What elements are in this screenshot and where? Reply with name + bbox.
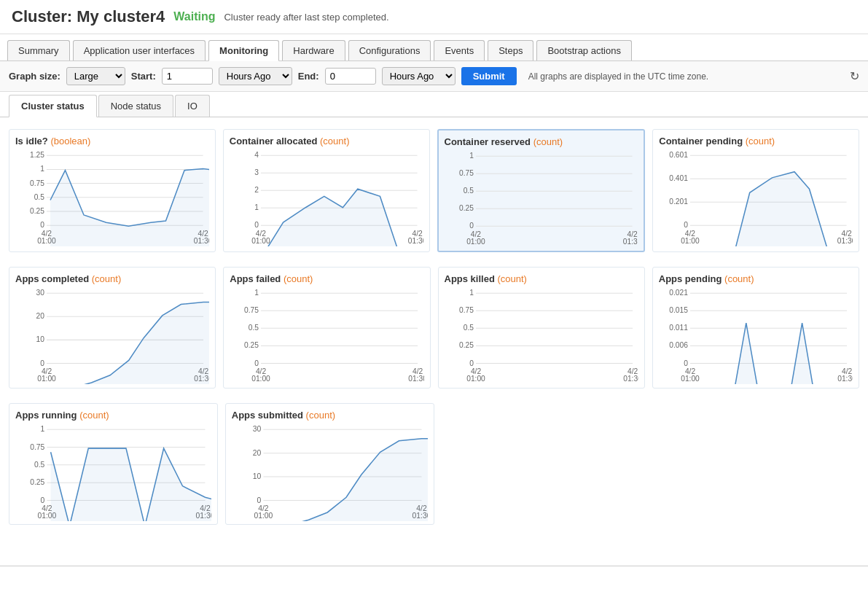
svg-text:0: 0 <box>40 221 44 229</box>
chart-title-container-allocated: Container allocated (count) <box>230 136 423 147</box>
svg-text:01:00: 01:00 <box>681 375 700 383</box>
svg-text:0.201: 0.201 <box>670 198 689 206</box>
tab-configurations[interactable]: Configurations <box>348 40 431 60</box>
chart-title-apps-submitted: Apps submitted (count) <box>232 410 428 421</box>
svg-text:0: 0 <box>469 222 474 230</box>
svg-text:0.5: 0.5 <box>249 324 259 332</box>
charts-section: Is idle? (boolean)1.2510.750.50.2504/201… <box>0 117 868 551</box>
svg-text:0: 0 <box>254 221 259 229</box>
svg-text:0.5: 0.5 <box>34 193 45 201</box>
tab-events[interactable]: Events <box>434 40 485 60</box>
page-footer <box>0 566 868 566</box>
svg-text:1: 1 <box>254 203 259 211</box>
graph-size-select[interactable]: Large Medium Small <box>66 67 125 85</box>
tab-app-interfaces[interactable]: Application user interfaces <box>73 40 206 60</box>
submit-button[interactable]: Submit <box>461 67 517 85</box>
sub-tab-cluster-status[interactable]: Cluster status <box>9 95 97 117</box>
chart-container-apps-failed: 10.750.50.2504/201:004/201:30 <box>230 287 423 382</box>
svg-text:20: 20 <box>253 449 262 457</box>
sub-tabs: Cluster status Node status IO <box>0 95 868 117</box>
chart-svg-apps-submitted: 30201004/201:004/201:30 <box>232 423 428 521</box>
chart-apps-failed: Apps failed (count)10.750.50.2504/201:00… <box>223 267 430 389</box>
svg-text:10: 10 <box>36 335 45 343</box>
chart-container-apps-submitted: 30201004/201:004/201:30 <box>232 423 428 518</box>
chart-container-apps-completed: 30201004/201:004/201:30 <box>15 287 209 382</box>
svg-text:0.25: 0.25 <box>244 341 259 349</box>
chart-title-container-pending: Container pending (count) <box>659 136 853 147</box>
svg-text:0.75: 0.75 <box>459 306 474 314</box>
svg-text:01:30: 01:30 <box>837 237 853 245</box>
svg-text:10: 10 <box>253 472 262 480</box>
chart-container-pending: Container pending (count)0.6010.4010.201… <box>652 129 859 252</box>
svg-text:01:00: 01:00 <box>466 375 485 383</box>
svg-text:1: 1 <box>469 289 474 297</box>
tab-bootstrap[interactable]: Bootstrap actions <box>536 40 631 60</box>
svg-text:0.75: 0.75 <box>244 306 259 314</box>
svg-text:01:00: 01:00 <box>466 238 485 246</box>
svg-text:0.25: 0.25 <box>459 341 474 349</box>
tab-steps[interactable]: Steps <box>488 40 533 60</box>
svg-text:1: 1 <box>254 289 259 297</box>
chart-title-apps-failed: Apps failed (count) <box>230 273 423 284</box>
start-unit-select[interactable]: Hours Ago Days Ago Weeks Ago <box>219 67 292 85</box>
svg-text:30: 30 <box>36 289 45 297</box>
svg-text:0: 0 <box>40 359 44 367</box>
svg-text:01:30: 01:30 <box>837 375 853 383</box>
chart-svg-apps-failed: 10.750.50.2504/201:004/201:30 <box>230 287 423 384</box>
cluster-title: Cluster: My cluster4 <box>12 7 165 26</box>
svg-text:0.75: 0.75 <box>30 443 44 451</box>
svg-text:1: 1 <box>40 165 44 173</box>
chart-svg-container-reserved: 10.750.50.2504/201:004/201:30 <box>445 150 638 247</box>
chart-container-apps-pending: 0.0210.0150.0110.00604/201:004/201:30 <box>659 287 853 382</box>
svg-text:0: 0 <box>254 359 259 367</box>
chart-container-apps-killed: 10.750.50.2504/201:004/201:30 <box>445 287 638 382</box>
chart-apps-completed: Apps completed (count)30201004/201:004/2… <box>9 267 216 389</box>
sub-tab-io[interactable]: IO <box>175 95 210 117</box>
svg-text:01:00: 01:00 <box>254 512 273 520</box>
svg-text:0.5: 0.5 <box>34 461 45 469</box>
start-input[interactable] <box>162 68 213 85</box>
svg-text:0.25: 0.25 <box>458 204 473 212</box>
chart-apps-pending: Apps pending (count)0.0210.0150.0110.006… <box>652 267 859 389</box>
end-unit-select[interactable]: Hours Ago Days Ago Weeks Ago <box>382 67 455 85</box>
chart-is-idle: Is idle? (boolean)1.2510.750.50.2504/201… <box>9 129 216 252</box>
svg-text:1: 1 <box>469 152 474 160</box>
chart-container-container-reserved: 10.750.50.2504/201:004/201:30 <box>445 150 638 245</box>
svg-text:1: 1 <box>41 425 45 433</box>
cluster-label: Cluster: <box>12 7 72 26</box>
svg-text:0: 0 <box>41 496 45 504</box>
svg-text:01:30: 01:30 <box>622 238 638 246</box>
chart-svg-container-pending: 0.6010.4010.20104/201:004/201:30 <box>659 149 853 246</box>
chart-title-is-idle: Is idle? (boolean) <box>15 136 209 147</box>
svg-text:01:30: 01:30 <box>623 375 638 383</box>
svg-text:0.601: 0.601 <box>670 151 689 159</box>
svg-text:0.25: 0.25 <box>30 207 44 215</box>
chart-svg-apps-running: 10.750.50.2504/201:004/201:30 <box>15 423 211 521</box>
tab-hardware[interactable]: Hardware <box>282 40 345 60</box>
chart-apps-submitted: Apps submitted (count)30201004/201:004/2… <box>225 403 434 525</box>
chart-container-container-pending: 0.6010.4010.20104/201:004/201:30 <box>659 149 853 244</box>
tab-summary[interactable]: Summary <box>7 40 70 60</box>
chart-container-allocated: Container allocated (count)432104/201:00… <box>223 129 430 252</box>
svg-text:0.015: 0.015 <box>669 306 688 314</box>
svg-text:0: 0 <box>257 496 261 504</box>
chart-title-apps-pending: Apps pending (count) <box>659 273 853 284</box>
svg-text:3: 3 <box>254 168 259 176</box>
sub-tab-node-status[interactable]: Node status <box>98 95 173 117</box>
status-badge: Waiting <box>173 10 215 23</box>
charts-row-1: Is idle? (boolean)1.2510.750.50.2504/201… <box>9 129 859 252</box>
nav-tabs: Summary Application user interfaces Moni… <box>0 34 868 61</box>
svg-text:0.011: 0.011 <box>669 324 688 332</box>
svg-text:0: 0 <box>684 359 688 367</box>
start-label: Start: <box>131 71 156 82</box>
refresh-icon[interactable]: ↻ <box>850 69 859 83</box>
chart-container-is-idle: 1.2510.750.50.2504/201:004/201:30 <box>15 149 209 244</box>
chart-apps-killed: Apps killed (count)10.750.50.2504/201:00… <box>438 267 645 389</box>
charts-row-3: Apps running (count)10.750.50.2504/201:0… <box>9 403 434 525</box>
tab-monitoring[interactable]: Monitoring <box>208 40 279 61</box>
chart-svg-apps-killed: 10.750.50.2504/201:004/201:30 <box>445 287 638 384</box>
end-input[interactable] <box>325 68 376 85</box>
svg-text:1.25: 1.25 <box>30 151 44 159</box>
svg-text:0.75: 0.75 <box>458 169 473 177</box>
chart-svg-container-allocated: 432104/201:004/201:30 <box>230 149 423 246</box>
